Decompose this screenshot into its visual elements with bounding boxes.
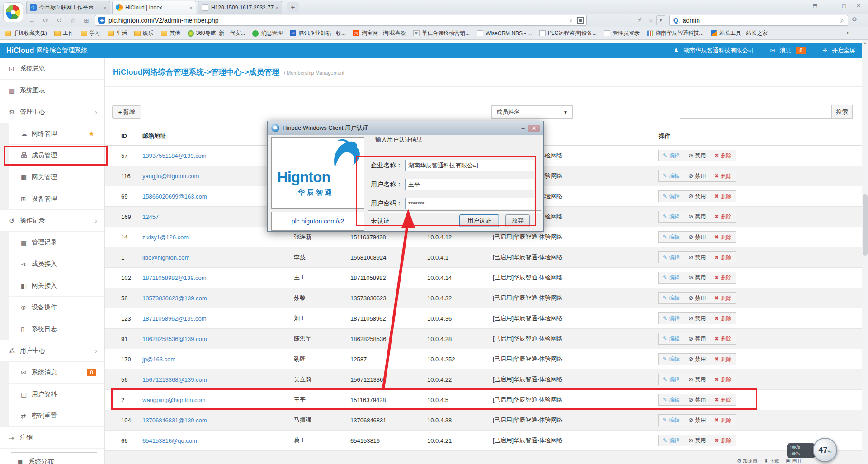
tab-close-icon[interactable]: ×: [276, 5, 278, 10]
favorites-star-icon[interactable]: ☆: [68, 16, 78, 25]
edit-button[interactable]: ✎编辑: [658, 414, 684, 426]
browser-logo-icon[interactable]: [3, 2, 23, 22]
disable-button[interactable]: ⊘禁用: [684, 435, 710, 446]
delete-button[interactable]: ✖删除: [710, 414, 736, 426]
delete-button[interactable]: ✖删除: [710, 251, 736, 263]
cell-email-link[interactable]: 18711058982@139.com: [142, 275, 294, 281]
delete-button[interactable]: ✖删除: [710, 170, 736, 182]
dialog-close-button[interactable]: ✕: [528, 125, 540, 132]
bookmark-item[interactable]: M 腾讯企业邮箱 - 收...: [290, 29, 346, 37]
bookmark-item[interactable]: 其他: [161, 29, 180, 37]
disable-button[interactable]: ⊘禁用: [684, 312, 710, 324]
search-input[interactable]: [680, 105, 832, 119]
skin-icon[interactable]: ⬒: [809, 1, 821, 9]
favorites-dropdown-icon[interactable]: ▼: [656, 15, 665, 25]
cell-email-link[interactable]: 654153816@qq.com: [142, 437, 294, 444]
sidebar-item[interactable]: ▤ 管理记录: [0, 232, 104, 253]
bookmark-item[interactable]: 手机收藏夹(1): [5, 29, 47, 37]
edit-button[interactable]: ✎编辑: [658, 272, 684, 284]
browser-search-box[interactable]: Q. admin ⌕: [669, 15, 848, 26]
cell-email-link[interactable]: jp@163.com: [142, 356, 294, 363]
fullscreen-toggle[interactable]: 开启全屏: [832, 47, 855, 55]
disable-button[interactable]: ⊘禁用: [684, 170, 710, 182]
edit-button[interactable]: ✎编辑: [658, 292, 684, 304]
delete-button[interactable]: ✖删除: [710, 435, 736, 446]
edit-button[interactable]: ✎编辑: [658, 312, 684, 324]
sidebar-item[interactable]: ⊞ 设备管理: [0, 188, 104, 210]
disable-button[interactable]: ⊘禁用: [684, 374, 710, 385]
bookmark-star-icon[interactable]: ☆: [648, 16, 654, 24]
dialog-titlebar[interactable]: Hinode Windows Client 用户认证 – ✕: [268, 121, 543, 135]
cell-email-link[interactable]: libo@hignton.com: [142, 254, 294, 261]
edit-button[interactable]: ✎编辑: [658, 150, 684, 161]
disable-button[interactable]: ⊘禁用: [684, 150, 710, 161]
messages-link[interactable]: 消息: [779, 47, 791, 55]
disable-button[interactable]: ⊘禁用: [684, 353, 710, 365]
disable-button[interactable]: ⊘禁用: [684, 414, 710, 426]
sidebar-item[interactable]: ⊕ 设备操作: [0, 297, 104, 318]
sidebar-item[interactable]: ⇄ 密码重置: [0, 405, 104, 427]
edit-button[interactable]: ✎编辑: [658, 231, 684, 243]
cell-email-link[interactable]: 15671213368@139.com: [142, 376, 294, 383]
disable-button[interactable]: ⊘禁用: [684, 211, 710, 223]
scrollbar-thumb[interactable]: [863, 194, 868, 256]
search-icon[interactable]: ⌕: [840, 17, 844, 24]
bookmark-item[interactable]: 淘 淘宝网 - 淘!我喜欢: [353, 29, 406, 37]
delete-button[interactable]: ✖删除: [710, 211, 736, 223]
qr-code-icon[interactable]: [577, 17, 584, 24]
delete-button[interactable]: ✖删除: [710, 374, 736, 385]
sidebar-item[interactable]: ↺ 操作记录 ›: [0, 210, 104, 232]
search-button[interactable]: 搜索: [832, 105, 853, 119]
bookmark-item[interactable]: 生活: [108, 29, 127, 37]
sidebar-item[interactable]: ◧ 网关接入: [0, 275, 104, 297]
browser-tab[interactable]: H120-1509-1617-2932-77 ×: [198, 1, 282, 14]
search-query-text[interactable]: admin: [683, 17, 840, 24]
edit-button[interactable]: ✎编辑: [658, 374, 684, 385]
url-text[interactable]: plc.hignton.com/V2/admin-member.php: [108, 17, 565, 24]
cell-email-link[interactable]: zlxlsy1@126.com: [142, 234, 294, 241]
delete-button[interactable]: ✖删除: [710, 150, 736, 161]
edit-button[interactable]: ✎编辑: [658, 333, 684, 345]
new-tab-button[interactable]: +: [287, 2, 299, 12]
bottom-tool-item[interactable]: ⬇ 下载: [764, 458, 779, 464]
delete-button[interactable]: ✖删除: [710, 292, 736, 304]
edit-button[interactable]: ✎编辑: [658, 190, 684, 202]
disable-button[interactable]: ⊘禁用: [684, 333, 710, 345]
bookmark-item[interactable]: 湖南华辰智通科技...: [647, 29, 703, 37]
sidebar-item[interactable]: ✉ 系统消息 0: [0, 362, 104, 384]
wrench-menu-icon[interactable]: ⚙: [852, 16, 857, 23]
sidebar-item[interactable]: ⁂ 用户中心 ›: [0, 340, 104, 362]
bookmark-item[interactable]: PLC远程监控|设备...: [539, 29, 597, 37]
delete-button[interactable]: ✖删除: [710, 333, 736, 345]
filter-dropdown[interactable]: 成员姓名 ▼: [491, 105, 573, 119]
bookmark-item[interactable]: WiseCRM NBS - ...: [477, 30, 532, 37]
close-button[interactable]: ✕: [853, 1, 864, 9]
bookmark-item[interactable]: 消息管理: [252, 29, 283, 37]
sidebar-item[interactable]: ◼ 系统分布: [11, 452, 97, 464]
edit-button[interactable]: ✎编辑: [658, 211, 684, 223]
bookmark-item[interactable]: 単 单仁合强移动营销...: [413, 29, 470, 37]
memory-usage-ball[interactable]: 47%: [813, 438, 837, 462]
browser-tab[interactable]: 今 今目标互联网工作平台 ×: [26, 1, 110, 14]
delete-button[interactable]: ✖删除: [710, 231, 736, 243]
delete-button[interactable]: ✖删除: [710, 190, 736, 202]
delete-button[interactable]: ✖删除: [710, 353, 736, 365]
cell-email-link[interactable]: 18628258536@139.com: [142, 336, 294, 342]
tab-close-icon[interactable]: ×: [104, 5, 107, 10]
cell-email-link[interactable]: 13573830623@139.com: [142, 295, 294, 302]
edit-button[interactable]: ✎编辑: [658, 435, 684, 446]
sidebar-item[interactable]: ⋖ 成员接入: [0, 253, 104, 275]
bookmark-item[interactable]: 学习: [81, 29, 100, 37]
dialog-minimize-button[interactable]: –: [518, 125, 528, 132]
speed-bolt-icon[interactable]: ⚡: [637, 16, 642, 24]
sidebar-item[interactable]: ⇥ 注销: [0, 427, 104, 449]
sidebar-item[interactable]: ▯ 系统日志: [0, 318, 104, 340]
find-zoom-icon[interactable]: ⌕: [570, 17, 573, 24]
browser-tab[interactable]: HiCloud | Index ×: [112, 1, 196, 14]
address-bar[interactable]: ✚ plc.hignton.com/V2/admin-member.php ⌕: [95, 15, 587, 26]
add-member-button[interactable]: + 新增: [112, 105, 141, 119]
delete-button[interactable]: ✖删除: [710, 312, 736, 324]
vendor-link[interactable]: plc.hignton.com/v2: [292, 218, 344, 225]
bookmark-item[interactable]: 娱乐: [134, 29, 154, 37]
undo-icon[interactable]: ↺: [54, 16, 64, 25]
